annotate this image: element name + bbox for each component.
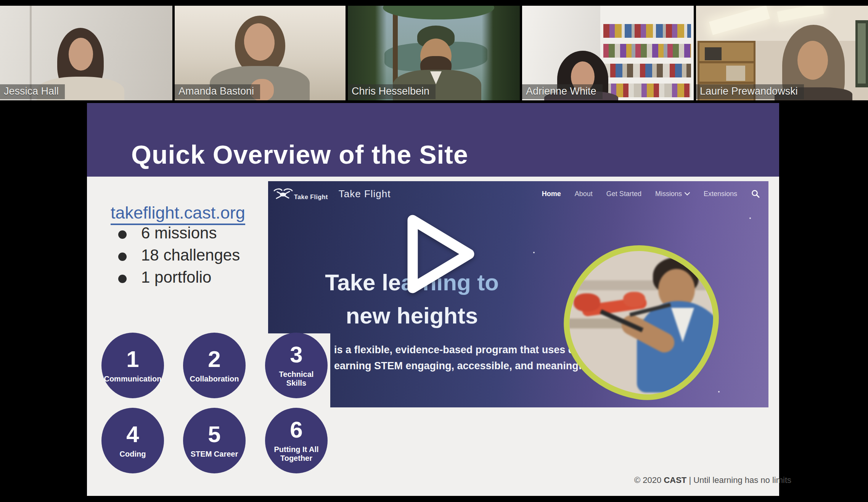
play-icon — [406, 214, 477, 296]
webinar-screen: Jessica Hall Amanda Bastoni Chris Hessel… — [0, 0, 868, 502]
tree-right — [482, 6, 520, 100]
feature-bullet-list: 6 missions 18 challenges 1 portfolio — [111, 222, 240, 288]
heading-line2: new heights — [346, 303, 478, 328]
participant-video-laurie-prewandowski[interactable]: Laurie Prewandowski — [696, 6, 868, 100]
nav-item-home: Home — [542, 190, 561, 198]
participant-video-amanda-bastoni[interactable]: Amanda Bastoni — [175, 6, 346, 100]
nav-item-get-started: Get Started — [606, 190, 641, 198]
search-icon — [751, 189, 760, 198]
participant-video-jessica-hall[interactable]: Jessica Hall — [0, 6, 172, 100]
drone-logo-icon — [273, 187, 293, 201]
child-with-drone-photo — [562, 244, 720, 401]
participant-name-label: Chris Hesselbein — [348, 84, 436, 99]
video-play-button[interactable] — [406, 214, 477, 298]
slide-copyright: © 2020 CAST | Until learning has no limi… — [634, 475, 791, 485]
foliage — [383, 6, 494, 19]
mission-circle-4: 4Coding — [101, 408, 164, 473]
nav-item-about: About — [575, 190, 593, 198]
website-nav-items: Home About Get Started Missions Extensio… — [542, 189, 760, 198]
participant-video-chris-hesselbein[interactable]: Chris Hesselbein — [348, 6, 520, 100]
bookshelf — [600, 6, 694, 100]
nav-item-extensions: Extensions — [704, 190, 737, 198]
participant-video-adrienne-white[interactable]: Adrienne White — [522, 6, 694, 100]
website-logo: Take Flight — [273, 187, 328, 201]
heading-text-white: Take le — [325, 270, 401, 295]
chevron-down-icon — [685, 192, 690, 196]
hero-photo-blob — [554, 236, 728, 407]
slide-title-band: Quick Overview of the Site — [87, 103, 779, 177]
website-navbar: Take Flight Take Flight Home About Get S… — [268, 185, 768, 203]
wall-art — [855, 20, 868, 87]
mission-circle-3: 3Technical Skills — [265, 333, 328, 398]
mission-circle-6: 6Putting It All Together — [265, 408, 328, 473]
participant-name-label: Adrienne White — [522, 84, 603, 99]
nav-item-missions: Missions — [655, 190, 690, 198]
presentation-slide: Quick Overview of the Site — [87, 103, 779, 496]
mission-circle-1: 1Communication — [101, 333, 164, 398]
participant-name-label: Laurie Prewandowski — [696, 84, 804, 99]
bullet-item: 18 challenges — [111, 244, 240, 266]
participant-name-label: Amanda Bastoni — [175, 84, 260, 99]
participant-name-label: Jessica Hall — [0, 84, 65, 99]
mission-circle-5: 5STEM Career — [183, 408, 246, 473]
bullet-item: 1 portfolio — [111, 266, 240, 288]
logo-wordmark: Take Flight — [294, 194, 328, 201]
mission-circle-2: 2Collaboration — [183, 333, 246, 398]
website-site-title: Take Flight — [339, 188, 391, 200]
slide-title: Quick Overview of the Site — [131, 140, 468, 169]
bullet-item: 6 missions — [111, 222, 240, 244]
website-screenshot: Take Flight Take Flight Home About Get S… — [268, 181, 768, 407]
